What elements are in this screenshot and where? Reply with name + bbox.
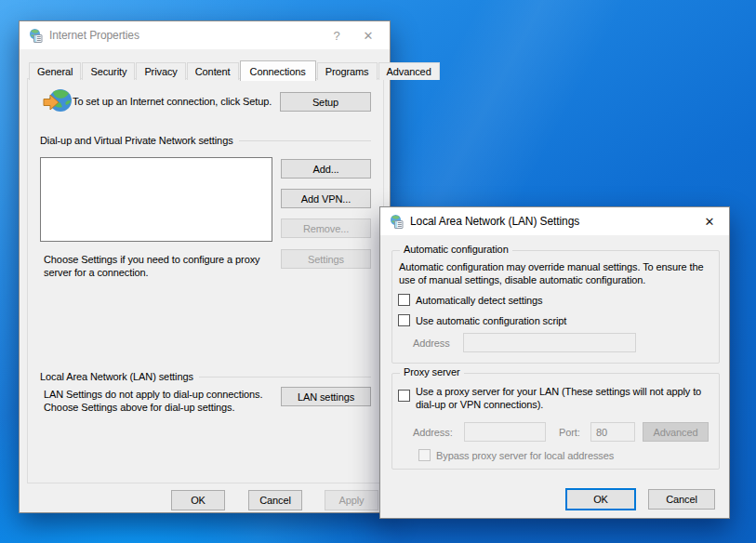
use-proxy-checkbox[interactable] <box>398 390 410 402</box>
automatic-configuration-label: Automatic configuration <box>400 244 512 255</box>
cancel-button[interactable]: Cancel <box>248 490 302 510</box>
add-vpn-button[interactable]: Add VPN... <box>281 189 371 208</box>
dialog-title: Internet Properties <box>49 29 139 42</box>
titlebar: Internet Properties ? ✕ <box>20 21 390 49</box>
proxy-address-label: Address: <box>413 427 453 438</box>
close-icon[interactable]: ✕ <box>694 207 725 235</box>
automatic-configuration-description: Automatic configuration may override man… <box>399 260 717 286</box>
help-icon[interactable]: ? <box>321 21 352 49</box>
section-divider <box>239 140 371 141</box>
dialup-section-header: Dial-up and Virtual Private Network sett… <box>40 135 371 146</box>
choose-settings-hint: Choose Settings if you need to configure… <box>44 253 278 279</box>
tab-privacy[interactable]: Privacy <box>136 62 185 80</box>
ok-button[interactable]: OK <box>171 490 225 510</box>
internet-globe-arrow-icon <box>42 86 75 122</box>
titlebar: Local Area Network (LAN) Settings ✕ <box>380 207 729 235</box>
script-address-label: Address <box>413 338 450 349</box>
tab-programs[interactable]: Programs <box>317 62 378 80</box>
lan-settings-icon <box>389 214 404 229</box>
lan-section-label: Local Area Network (LAN) settings <box>40 371 193 382</box>
setup-button[interactable]: Setup <box>280 92 371 112</box>
tab-connections[interactable]: Connections <box>240 60 316 81</box>
lan-settings-button[interactable]: LAN settings <box>281 387 371 406</box>
lan-settings-note: LAN Settings do not apply to dial-up con… <box>44 388 276 414</box>
settings-button[interactable]: Settings <box>281 249 371 269</box>
use-script-label: Use automatic configuration script <box>416 315 566 326</box>
use-proxy-label: Use a proxy server for your LAN (These s… <box>416 385 721 411</box>
tab-general[interactable]: General <box>29 62 81 80</box>
lan-settings-dialog: Local Area Network (LAN) Settings ✕ Auto… <box>379 206 730 519</box>
proxy-port-label: Port: <box>559 427 580 438</box>
bypass-proxy-label: Bypass proxy server for local addresses <box>436 450 614 461</box>
setup-description: To set up an Internet connection, click … <box>73 95 285 108</box>
ok-button[interactable]: OK <box>566 489 635 510</box>
tab-security[interactable]: Security <box>82 62 135 80</box>
use-script-checkbox[interactable] <box>398 314 410 326</box>
advanced-button[interactable]: Advanced <box>643 422 709 442</box>
dialog-title: Local Area Network (LAN) Settings <box>410 215 579 228</box>
proxy-port-input[interactable] <box>590 422 635 442</box>
remove-button[interactable]: Remove... <box>281 219 371 238</box>
automatically-detect-label: Automatically detect settings <box>416 295 543 306</box>
apply-button[interactable]: Apply <box>325 490 378 510</box>
internet-properties-dialog: Internet Properties ? ✕ General Security… <box>19 20 391 513</box>
add-button[interactable]: Add... <box>281 159 371 179</box>
internet-properties-icon <box>28 28 43 43</box>
lan-section-header: Local Area Network (LAN) settings <box>40 371 371 382</box>
tab-advanced[interactable]: Advanced <box>378 62 440 80</box>
automatically-detect-checkbox[interactable] <box>398 294 410 306</box>
proxy-address-input[interactable] <box>464 422 546 442</box>
tab-content[interactable]: Content <box>187 62 239 80</box>
section-divider <box>199 377 371 377</box>
cancel-button[interactable]: Cancel <box>648 489 715 510</box>
connections-listbox[interactable] <box>40 157 272 242</box>
script-address-input[interactable] <box>463 333 636 352</box>
tab-strip: General Security Privacy Content Connect… <box>29 60 441 79</box>
dialup-section-label: Dial-up and Virtual Private Network sett… <box>40 135 233 146</box>
close-icon[interactable]: ✕ <box>352 21 384 49</box>
desktop: { "colors": { "accent": "#0078d7", "desk… <box>0 0 756 543</box>
bypass-proxy-checkbox[interactable] <box>418 449 431 461</box>
proxy-server-label: Proxy server <box>400 366 464 377</box>
